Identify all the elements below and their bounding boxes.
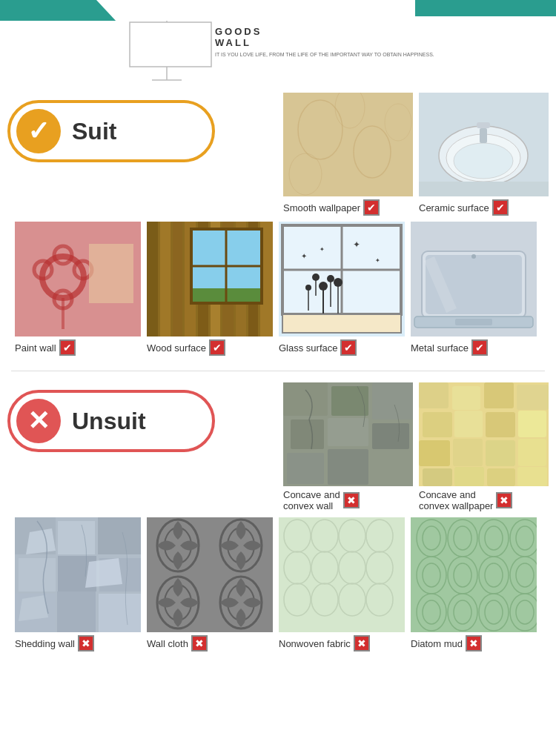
wood-image	[147, 222, 273, 336]
suit-checkmark: ✓	[27, 116, 50, 147]
shedding-image	[15, 517, 141, 632]
svg-text:✦: ✦	[301, 252, 307, 260]
shedding-label-row: Shedding wall ✖	[15, 635, 141, 651]
unsuit-cross: ✕	[27, 405, 50, 437]
svg-rect-100	[19, 558, 56, 591]
nonwoven-cell: Nonwoven fabric ✖	[279, 517, 405, 651]
svg-text:✦: ✦	[375, 257, 380, 264]
metal-image	[411, 222, 537, 336]
concave-wall-cell: Concave andconvex wall ✖	[283, 382, 413, 511]
svg-text:✦: ✦	[353, 239, 360, 250]
svg-rect-11	[283, 93, 413, 196]
metal-label-row: Metal surface ✔	[411, 339, 537, 356]
suit-top-row: ✓ Suit	[7, 93, 549, 216]
svg-rect-18	[419, 182, 549, 196]
svg-rect-78	[372, 451, 411, 484]
svg-rect-1	[130, 22, 211, 67]
glass-cell: ✦ ✦ ✦ ✦ Glass surface ✔	[279, 222, 405, 356]
wall-cloth-check: ✖	[191, 635, 208, 651]
svg-point-66	[471, 254, 476, 259]
svg-rect-17	[480, 128, 487, 143]
wood-label: Wood surface	[147, 342, 206, 354]
wall-cloth-image	[147, 517, 273, 632]
ceramic-svg	[419, 93, 549, 196]
suit-section: ✓ Suit	[0, 89, 556, 363]
ceramic-cell: Ceramic surface ✔	[419, 93, 549, 216]
svg-rect-88	[419, 440, 450, 466]
ceramic-label-row: Ceramic surface ✔	[419, 199, 549, 216]
svg-rect-26	[89, 244, 133, 303]
diatom-svg	[411, 517, 537, 632]
metal-svg	[411, 222, 537, 336]
svg-rect-81	[452, 386, 480, 410]
svg-rect-89	[453, 439, 483, 466]
svg-rect-28	[147, 222, 158, 336]
smooth-wallpaper-check: ✔	[363, 199, 380, 216]
svg-rect-94	[487, 468, 515, 486]
wall-cloth-label: Wall cloth	[147, 638, 188, 649]
svg-rect-95	[517, 467, 547, 486]
metal-check: ✔	[471, 339, 488, 356]
paint-wall-label: Paint wall	[15, 342, 56, 354]
glass-check: ✔	[340, 339, 357, 356]
paint-wall-check: ✔	[59, 339, 76, 356]
suit-top-images: Smooth wallpaper ✔	[283, 93, 549, 216]
header: GOODS WALL IT IS YOU LOVE LIFE, FROM THE…	[0, 0, 556, 89]
nonwoven-check: ✖	[354, 635, 370, 651]
wallpaper-svg	[283, 93, 413, 196]
nonwoven-image	[279, 517, 405, 632]
svg-rect-29	[160, 222, 171, 336]
nonwoven-label: Nonwoven fabric	[279, 638, 351, 649]
concave-wall-check: ✖	[343, 492, 360, 508]
ceramic-label: Ceramic surface	[419, 202, 489, 213]
svg-rect-106	[147, 517, 273, 632]
svg-point-15	[454, 143, 513, 179]
wood-check: ✔	[209, 339, 225, 356]
unsuit-icon: ✕	[16, 399, 61, 443]
diatom-image	[411, 517, 537, 632]
svg-rect-92	[423, 468, 452, 486]
shedding-label: Shedding wall	[15, 638, 75, 649]
diatom-label: Diatom mud	[411, 638, 463, 649]
concave-wall-image	[283, 382, 413, 486]
svg-rect-104	[57, 591, 96, 632]
smooth-wallpaper-label-row: Smooth wallpaper ✔	[283, 199, 413, 216]
unsuit-badge: ✕ Unsuit	[7, 390, 215, 452]
metal-cell: Metal surface ✔	[411, 222, 537, 356]
concave-wallpaper-label: Concave andconvex wallpaper	[419, 489, 493, 511]
nonwoven-label-row: Nonwoven fabric ✖	[279, 635, 405, 651]
svg-rect-70	[283, 382, 328, 416]
wood-label-row: Wood surface ✔	[147, 339, 273, 356]
svg-point-52	[327, 275, 334, 282]
paint-wall-cell: Paint wall ✔	[15, 222, 141, 356]
glass-label: Glass surface	[279, 342, 337, 354]
smooth-wallpaper-image	[283, 93, 413, 196]
svg-rect-73	[291, 420, 324, 449]
nonwoven-svg	[279, 517, 405, 632]
paint-wall-label-row: Paint wall ✔	[15, 339, 141, 356]
svg-point-54	[305, 285, 311, 291]
glass-label-row: Glass surface ✔	[279, 339, 405, 356]
suit-bottom-row: Paint wall ✔	[7, 222, 549, 356]
concave-wallpaper-svg	[419, 382, 549, 486]
wood-cell: Wood surface ✔	[147, 222, 273, 356]
unsuit-bottom-row: Shedding wall ✖	[7, 517, 549, 651]
concave-wallpaper-cell: Concave andconvex wallpaper ✖	[419, 382, 549, 511]
svg-rect-80	[419, 382, 449, 408]
svg-rect-90	[486, 440, 515, 466]
wall-cloth-cell: Wall cloth ✖	[147, 517, 273, 651]
wall-cloth-label-row: Wall cloth ✖	[147, 635, 273, 651]
svg-rect-30	[173, 222, 182, 336]
smooth-wallpaper-cell: Smooth wallpaper ✔	[283, 93, 413, 216]
svg-rect-99	[98, 517, 141, 554]
svg-text:✦: ✦	[320, 246, 325, 253]
ceramic-image	[419, 93, 549, 196]
svg-rect-91	[518, 439, 546, 466]
suit-icon: ✓	[16, 109, 61, 153]
svg-rect-68	[455, 319, 492, 325]
svg-rect-93	[454, 467, 484, 486]
smooth-wallpaper-label: Smooth wallpaper	[283, 202, 360, 213]
shedding-check: ✖	[78, 635, 94, 651]
svg-rect-61	[282, 314, 401, 333]
svg-rect-76	[287, 453, 324, 484]
